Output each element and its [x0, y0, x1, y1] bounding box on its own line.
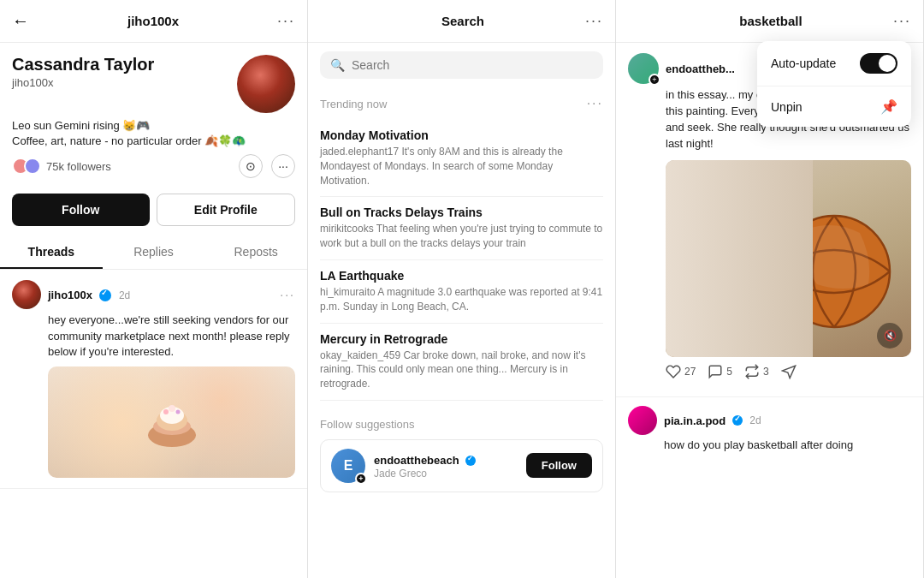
profile-name: Cassandra Taylor [12, 55, 154, 74]
suggestion-avatar: E + [331, 449, 365, 483]
toggle-knob [879, 55, 896, 72]
thread-username: jiho100x [48, 289, 92, 301]
svg-point-5 [169, 405, 175, 412]
like-action[interactable]: 27 [666, 364, 696, 379]
repost-count: 3 [763, 366, 769, 378]
tab-replies[interactable]: Replies [103, 235, 205, 269]
auto-update-toggle[interactable] [860, 53, 897, 74]
trend-title-2: LA Earthquake [320, 269, 603, 283]
search-bar-container: 🔍 [308, 43, 615, 87]
trend-item-2: LA Earthquake hi_kimuraito A magnitude 3… [320, 260, 603, 324]
back-button[interactable]: ← [12, 11, 29, 31]
unpin-icon: 📌 [880, 98, 897, 115]
thread-username-row: jiho100x 2d [48, 287, 130, 302]
basketball-header: basketball ··· [616, 0, 923, 43]
verified-badge [99, 289, 111, 301]
comment-action[interactable]: 5 [708, 364, 732, 379]
trend-title-1: Bull on Tracks Delays Trains [320, 206, 603, 219]
unpin-label: Unpin [771, 100, 803, 114]
search-more-button[interactable]: ··· [585, 12, 603, 30]
repost-action[interactable]: 3 [744, 364, 769, 379]
basketball-title: basketball [739, 14, 802, 28]
suggestion-follow-button[interactable]: Follow [526, 453, 592, 478]
avatar-image [237, 55, 295, 113]
thread-image [48, 366, 295, 478]
comment-icon [708, 364, 723, 379]
bball-plus-badge: + [649, 74, 660, 86]
thread-text: hey everyone...we're still seeking vendo… [12, 313, 295, 360]
search-header: Search ··· [308, 0, 615, 43]
tab-threads[interactable]: Threads [0, 235, 103, 269]
trend-preview-2: hi_kimuraito A magnitude 3.0 earthquake … [320, 285, 603, 314]
wall-bg [666, 160, 813, 357]
follow-suggestions: Follow suggestions E + endoatthebeach Ja… [308, 409, 615, 501]
profile-more-button[interactable]: ··· [277, 12, 295, 30]
profile-handle: jiho100x [12, 76, 154, 89]
trending-section: Trending now ··· Monday Motivation jaded… [308, 87, 615, 409]
trending-label: Trending now ··· [320, 96, 603, 111]
tab-reposts[interactable]: Reposts [204, 235, 307, 269]
more-social-icon[interactable]: ··· [271, 154, 295, 178]
suggestion-info: endoatthebeach Jade Greco [374, 452, 476, 480]
post2-name-row: pia.in.a.pod 2d [664, 414, 761, 427]
heart-icon [666, 364, 681, 379]
instagram-icon[interactable]: ⊙ [239, 154, 263, 178]
thread-more-button[interactable]: ··· [280, 288, 295, 301]
share-action[interactable] [781, 364, 797, 379]
auto-update-label: Auto-update [771, 57, 836, 70]
profile-bio: Leo sun Gemini rising 😸🎮 Coffee, art, na… [12, 118, 295, 149]
bball-avatar: + [628, 53, 659, 84]
profile-top: Cassandra Taylor jiho100x [12, 55, 295, 113]
trend-preview-1: mirikitcooks That feeling when you're ju… [320, 222, 603, 251]
basketball-more-button[interactable]: ··· [893, 12, 911, 30]
trend-item-3: Mercury in Retrograde okay_kaiden_459 Ca… [320, 324, 603, 401]
svg-point-4 [163, 409, 169, 414]
trend-preview-0: jaded.elephant17 It's only 8AM and this … [320, 145, 603, 188]
repost-icon [744, 364, 760, 379]
food-icon [138, 388, 206, 456]
comment-count: 5 [726, 366, 732, 378]
share-icon [781, 364, 797, 379]
plus-badge: + [355, 473, 367, 485]
trend-item-1: Bull on Tracks Delays Trains mirikitcook… [320, 197, 603, 260]
bball-avatar2 [628, 406, 657, 435]
followers-avatars [12, 158, 41, 175]
follow-button[interactable]: Follow [12, 194, 150, 226]
bball-actions: 27 5 3 [628, 357, 911, 386]
suggestion-verified [465, 456, 476, 466]
profile-section: Cassandra Taylor jiho100x Leo sun Gemini… [0, 43, 307, 194]
profile-panel: ← jiho100x ··· Cassandra Taylor jiho100x… [0, 0, 308, 578]
auto-update-item[interactable]: Auto-update [757, 41, 911, 86]
thread-user-info: jiho100x 2d [12, 280, 130, 309]
trend-item-0: Monday Motivation jaded.elephant17 It's … [320, 120, 603, 197]
bball-username: endoattheb... [666, 63, 735, 75]
suggestion-name: Jade Greco [374, 468, 476, 480]
thread-image-visual [48, 366, 295, 478]
suggestion-item-0: E + endoatthebeach Jade Greco Follow [320, 439, 603, 492]
profile-header-title: jiho100x [127, 14, 179, 28]
thread-time: 2d [119, 289, 130, 301]
search-input[interactable] [352, 58, 593, 72]
social-icons: ⊙ ··· [239, 154, 295, 178]
basketball-panel: basketball ··· Auto-update Unpin 📌 + end… [616, 0, 924, 578]
post2-username: pia.in.a.pod [664, 414, 726, 427]
avatar [237, 55, 295, 113]
edit-profile-button[interactable]: Edit Profile [157, 194, 296, 226]
unpin-item[interactable]: Unpin 📌 [757, 86, 911, 127]
bball-user-info: + endoattheb... [628, 53, 735, 84]
trend-title-0: Monday Motivation [320, 128, 603, 142]
suggestion-left: E + endoatthebeach Jade Greco [331, 449, 476, 483]
search-panel: Search ··· 🔍 Trending now ··· Monday Mot… [308, 0, 616, 578]
trend-preview-3: okay_kaiden_459 Car broke down, nail bro… [320, 349, 603, 391]
trending-more[interactable]: ··· [587, 96, 603, 111]
search-icon: 🔍 [330, 58, 345, 72]
like-count: 27 [684, 366, 696, 378]
bball-post2-user: pia.in.a.pod 2d [628, 406, 911, 435]
profile-header: ← jiho100x ··· [0, 0, 307, 43]
thread-user-row: jiho100x 2d ··· [12, 280, 295, 309]
trend-title-3: Mercury in Retrograde [320, 332, 603, 346]
profile-actions: Follow Edit Profile [0, 194, 307, 235]
post2-verified [732, 415, 743, 426]
suggestion-name-row: endoatthebeach [374, 452, 476, 468]
bball-image: 🔇 [666, 160, 911, 357]
